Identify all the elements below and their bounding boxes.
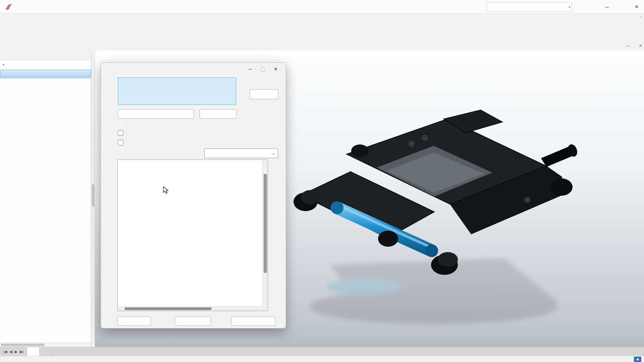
dialog-close-button[interactable]: × [270,64,281,74]
search-dropdown-icon[interactable]: ▾ [569,5,570,9]
solidworks-logo [5,3,13,10]
document-window-controls: – × [618,41,642,50]
minimize-button[interactable]: – [600,0,614,13]
include-hidden-checkbox[interactable]: ✓ [118,120,123,126]
tab-last-icon[interactable]: ▶| [20,350,23,354]
include-hidden-checkbox-row: ✓ [118,120,126,126]
copy-to-clipboard-button[interactable] [231,316,275,326]
help-button[interactable] [117,316,151,326]
tab-prev-icon[interactable]: ◀ [9,350,12,354]
options-button[interactable] [250,89,278,99]
status-tag-icon[interactable]: ◆ [634,357,641,362]
tree-filter-row: ▾ [0,60,91,70]
recalculate-button[interactable] [200,109,236,119]
tab-model[interactable] [27,347,40,356]
create-center-of-mass-checkbox[interactable] [118,130,123,136]
chevron-down-icon: ⌄ [272,151,275,156]
tab-motion-study[interactable] [40,347,52,356]
doc-minimize-icon[interactable]: – [627,43,630,48]
override-mass-properties-button[interactable] [118,109,194,119]
tree-horizontal-scrollbar[interactable] [0,343,91,347]
doc-close-icon[interactable]: × [639,43,642,48]
tab-scroll-buttons[interactable]: |◀ ◀ ▶ ▶| [0,347,27,356]
weld-bead-checkbox-row [118,140,126,145]
command-tab-row [0,41,644,50]
dialog-maximize-button[interactable]: ▢ [257,64,269,74]
tab-next-icon[interactable]: ▶ [15,350,17,354]
filter-dropdown-icon[interactable]: ▾ [3,63,4,66]
results-vertical-scrollbar[interactable] [262,160,268,311]
dialog-titlebar[interactable]: – ▢ × [101,63,286,75]
center-of-mass-checkbox-row [118,130,126,136]
tab-first-icon[interactable]: |◀ [3,350,7,354]
tree-vertical-scrollbar[interactable] [91,50,95,347]
tree-root-node[interactable] [0,70,91,78]
dialog-minimize-button[interactable]: – [245,64,256,74]
mass-properties-dialog: – ▢ × ✓ ⌄ [101,62,286,328]
search-commands-box[interactable]: ▾ [487,2,572,11]
search-input[interactable] [490,4,565,10]
svg-text:Ix: Ix [438,210,441,214]
model-3d[interactable]: Iz Ix Iy [293,110,579,275]
coordinate-system-dropdown[interactable]: ⌄ [204,148,278,158]
mass-properties-results[interactable] [117,160,268,311]
show-weld-bead-checkbox[interactable] [118,140,123,145]
titlebar: ▾ – × [0,0,644,13]
configuration-tab-bar: |◀ ◀ ▶ ▶| [0,347,644,356]
feature-manager-panel: ▾ [0,50,91,347]
help-button[interactable] [586,0,600,13]
print-button[interactable] [175,316,211,326]
restore-button[interactable] [614,0,629,13]
command-manager-ribbon [0,13,644,41]
document-title [335,0,422,13]
ribbon-collapse-icon[interactable]: ⌃ [640,16,642,20]
solidworks-logo-icon [5,3,13,10]
close-button[interactable]: × [629,0,644,13]
user-account-button[interactable] [572,0,586,13]
selected-item-field[interactable] [118,77,236,105]
status-bar: ◆ [0,356,644,362]
results-horizontal-scrollbar[interactable] [118,306,262,311]
